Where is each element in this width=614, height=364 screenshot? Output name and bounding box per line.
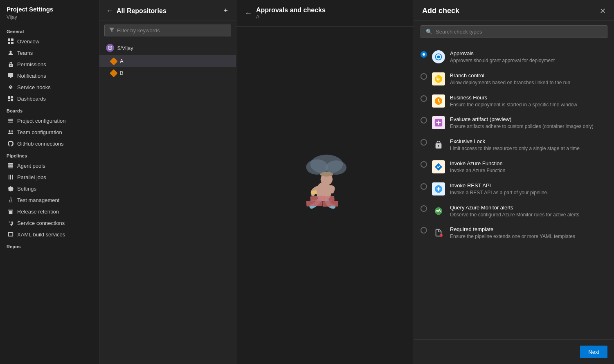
business-desc: Ensure the deployment is started in a sp… [450, 101, 607, 108]
check-radio-rest-api[interactable] [421, 183, 427, 190]
sidebar-item-test-management[interactable]: Test management [0, 194, 99, 206]
repos-filter-input[interactable] [117, 27, 227, 34]
sidebar-item-test-label: Test management [17, 197, 59, 203]
sidebar-item-agent-pools[interactable]: Agent pools [0, 160, 99, 171]
check-item-branch-control[interactable]: Branch control Allow deployments based o… [414, 68, 614, 90]
team-settings-icon [7, 129, 14, 135]
monitor-info: Query Azure Monitor alerts Observe the c… [450, 204, 607, 218]
sidebar-item-permissions[interactable]: Permissions [0, 58, 99, 70]
check-item-rest-api[interactable]: Invoke REST API Invoke a REST API as a p… [414, 178, 614, 200]
check-radio-monitor[interactable] [421, 205, 427, 212]
svg-rect-17 [10, 175, 11, 180]
svg-rect-3 [11, 42, 13, 44]
rest-api-info: Invoke REST API Invoke a REST API as a p… [450, 182, 607, 196]
sidebar-item-xaml-label: XAML build services [17, 231, 65, 238]
approvals-info: Approvals Approvers should grant approva… [450, 50, 607, 64]
svg-rect-31 [310, 196, 319, 201]
retention-icon [7, 208, 14, 215]
sidebar-item-team-config-label: Team configuration [17, 129, 62, 135]
azure-fn-icon-wrapper [432, 160, 445, 173]
sidebar-item-xaml-build-services[interactable]: XAML build services [0, 229, 99, 240]
check-item-business-hours[interactable]: Business Hours Ensure the deployment is … [414, 90, 614, 112]
test-icon [7, 197, 14, 203]
sidebar-item-notifications-label: Notifications [17, 73, 46, 79]
repos-add-button[interactable]: + [222, 7, 229, 15]
check-item-evaluate-artifact[interactable]: Evaluate artifact (preview) Ensure artif… [414, 112, 614, 134]
svg-rect-10 [8, 122, 13, 123]
check-list: Approvals Approvers should grant approva… [414, 43, 614, 339]
sidebar-item-dashboards[interactable]: Dashboards [0, 93, 99, 104]
approvals-name: Approvals [450, 50, 607, 56]
business-hours-icon [434, 97, 443, 106]
repo-group-vijay[interactable]: $/Vijay [99, 40, 236, 55]
check-item-approvals[interactable]: Approvals Approvers should grant approva… [414, 46, 614, 68]
repos-header: ← All Repositories + [99, 0, 236, 20]
rest-api-icon-wrapper [432, 182, 445, 195]
repo-item-a[interactable]: A [99, 55, 236, 67]
section-repos: Repos [0, 240, 99, 251]
repos-title: All Repositories [117, 7, 166, 15]
sidebar-item-github-connections[interactable]: GitHub connections [0, 138, 99, 149]
repo-a-label: A [120, 58, 124, 64]
repo-item-b[interactable]: B [99, 67, 236, 79]
svg-rect-18 [12, 175, 13, 180]
filter-icon [109, 27, 115, 34]
artifact-name: Evaluate artifact (preview) [450, 116, 607, 122]
grid-icon [7, 38, 14, 45]
artifact-icon [434, 118, 443, 127]
check-radio-branch[interactable] [421, 73, 427, 80]
check-radio-azure-fn[interactable] [421, 161, 427, 168]
check-radio-artifact[interactable] [421, 117, 427, 124]
chat-icon [7, 72, 14, 79]
lock-icon-wrapper [432, 138, 445, 151]
repos-back-button[interactable]: ← [106, 7, 113, 15]
main-back-button[interactable]: ← [245, 9, 252, 18]
lock-desc: Limit access to this resource to only a … [450, 145, 607, 152]
check-item-required-template[interactable]: ! Required template Ensure the pipeline … [414, 222, 614, 244]
check-item-exclusive-lock[interactable]: Exclusive Lock Limit access to this reso… [414, 134, 614, 156]
main-panel-title-group: Approvals and checks A [256, 7, 326, 20]
close-button[interactable]: ✕ [600, 7, 606, 15]
svg-point-35 [437, 56, 440, 58]
section-pipelines: Pipelines [0, 149, 99, 160]
repo-group-vijay-label: $/Vijay [117, 45, 133, 51]
project-subtitle: Vijay [0, 14, 99, 25]
lock-info: Exclusive Lock Limit access to this reso… [450, 138, 607, 152]
sidebar-item-teams-label: Teams [17, 50, 33, 56]
sidebar-item-parallel-jobs[interactable]: Parallel jobs [0, 171, 99, 183]
main-panel-title: Approvals and checks [256, 7, 326, 14]
svg-text:!: ! [441, 234, 441, 237]
svg-rect-26 [322, 172, 331, 175]
sidebar-item-settings-label: Settings [17, 186, 36, 192]
sidebar-item-release-retention[interactable]: Release retention [0, 206, 99, 217]
check-radio-lock[interactable] [421, 139, 427, 146]
lock-icon [7, 61, 14, 67]
svg-point-19 [110, 47, 111, 49]
svg-rect-2 [8, 42, 10, 44]
sidebar-item-notifications[interactable]: Notifications [0, 70, 99, 81]
add-check-search-bar: 🔍 [421, 25, 607, 38]
svg-point-12 [11, 130, 13, 132]
business-name: Business Hours [450, 94, 607, 101]
azure-fn-info: Invoke Azure Function Invoke an Azure Fu… [450, 160, 607, 174]
check-item-azure-function[interactable]: Invoke Azure Function Invoke an Azure Fu… [414, 156, 614, 178]
sidebar-item-release-retention-label: Release retention [17, 209, 59, 215]
next-button[interactable]: Next [580, 346, 607, 358]
sidebar-item-overview[interactable]: Overview [0, 36, 99, 47]
parallel-icon [7, 174, 14, 180]
check-search-input[interactable] [436, 29, 602, 35]
section-boards: Boards [0, 104, 99, 115]
check-item-azure-monitor[interactable]: Query Azure Monitor alerts Observe the c… [414, 200, 614, 222]
check-radio-business[interactable] [421, 95, 427, 102]
sidebar-item-teams[interactable]: Teams [0, 47, 99, 58]
sidebar-item-team-configuration[interactable]: Team configuration [0, 126, 99, 138]
sidebar-item-service-connections[interactable]: Service connections [0, 217, 99, 229]
sidebar-item-service-hooks[interactable]: Service hooks [0, 81, 99, 93]
sidebar-item-permissions-label: Permissions [17, 61, 46, 67]
check-radio-template[interactable] [421, 227, 427, 234]
check-radio-approvals[interactable] [421, 51, 427, 58]
sidebar-item-settings[interactable]: Settings [0, 183, 99, 194]
gear-icon [7, 185, 14, 192]
required-template-icon: ! [434, 228, 443, 237]
sidebar-item-project-configuration[interactable]: Project configuration [0, 115, 99, 126]
